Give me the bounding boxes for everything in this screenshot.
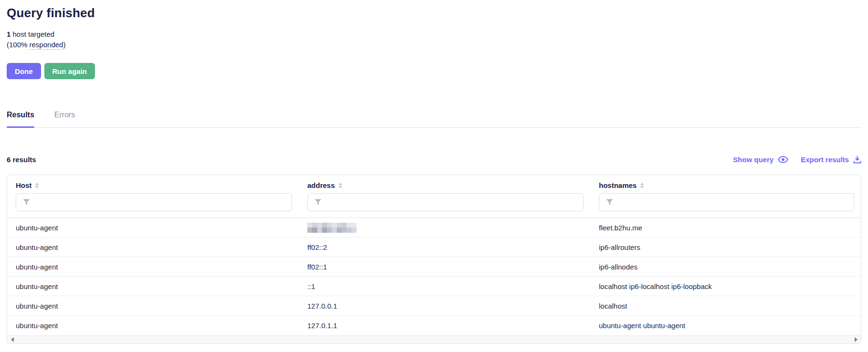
sort-address[interactable]: address: [307, 181, 343, 189]
table-body: ubuntu-agent fleet.b2hu.me ubuntu-agent …: [7, 218, 861, 335]
column-header-hostnames: hostnames: [590, 181, 861, 190]
table-row: ubuntu-agent ff02::1 ip6-allnodes: [7, 257, 861, 277]
cell-address: 127.0.0.1: [299, 302, 590, 310]
horizontal-scrollbar[interactable]: [7, 335, 861, 343]
scrollbar-right-arrow[interactable]: [852, 336, 860, 343]
table-row: ubuntu-agent fleet.b2hu.me: [7, 218, 861, 238]
table-row: ubuntu-agent ff02::2 ip6-allrouters: [7, 238, 861, 257]
responded-text: (100% responded): [7, 40, 861, 50]
run-again-button[interactable]: Run again: [44, 63, 95, 79]
column-label: hostnames: [599, 181, 637, 189]
tab-errors[interactable]: Errors: [54, 111, 75, 127]
cell-address: 127.0.1.1: [299, 321, 590, 330]
sort-icon: [640, 183, 644, 188]
filter-input-address[interactable]: [307, 193, 584, 211]
sort-icon: [35, 183, 39, 188]
header-label-row: Host address: [7, 181, 861, 190]
cell-host: ubuntu-agent: [7, 243, 299, 251]
hosts-targeted-text: 1 host targeted: [7, 29, 861, 40]
filter-cell-address: [299, 193, 590, 211]
cell-host: ubuntu-agent: [7, 321, 299, 330]
cell-hostnames: localhost: [590, 302, 861, 310]
tab-results[interactable]: Results: [7, 111, 34, 127]
sort-host[interactable]: Host: [16, 181, 39, 189]
cell-host: ubuntu-agent: [7, 302, 299, 310]
cell-host: ubuntu-agent: [7, 224, 299, 232]
cell-hostnames: fleet.b2hu.me: [590, 224, 861, 232]
eye-icon: [778, 156, 788, 163]
table-row: ubuntu-agent 127.0.0.1 localhost: [7, 296, 861, 316]
cell-address: [299, 223, 590, 233]
export-results-label: Export results: [801, 155, 849, 164]
show-query-button[interactable]: Show query: [733, 155, 788, 164]
show-query-label: Show query: [733, 155, 774, 164]
action-buttons: Done Run again: [7, 63, 861, 79]
cell-address: ff02::1: [299, 263, 590, 271]
responded-suffix: ): [63, 41, 65, 49]
redacted-address-block: [307, 223, 356, 233]
responded-prefix: (100%: [7, 41, 30, 49]
scrollbar-left-arrow[interactable]: [8, 336, 16, 343]
page-title: Query finished: [7, 6, 861, 21]
cell-host: ubuntu-agent: [7, 282, 299, 290]
filter-cell-hostnames: [590, 193, 861, 211]
cell-hostnames: ip6-allnodes: [590, 263, 861, 271]
cell-address: ff02::2: [299, 243, 590, 251]
results-count: 6 results: [7, 155, 36, 164]
table-header: Host address: [7, 175, 861, 218]
cell-host: ubuntu-agent: [7, 263, 299, 271]
results-table: Host address: [7, 175, 861, 344]
column-header-address: address: [299, 181, 590, 190]
export-results-button[interactable]: Export results: [801, 155, 861, 164]
filter-input-host[interactable]: [16, 193, 292, 211]
filter-input-hostnames[interactable]: [599, 193, 854, 211]
done-button[interactable]: Done: [7, 63, 41, 79]
sort-hostnames[interactable]: hostnames: [599, 181, 644, 189]
filter-cell-host: [7, 193, 299, 211]
sort-icon: [338, 183, 343, 188]
targeted-label: host targeted: [10, 30, 54, 38]
responded-tooltip-trigger[interactable]: responded: [30, 41, 63, 50]
column-label: Host: [16, 181, 31, 189]
column-header-host: Host: [7, 181, 299, 190]
column-label: address: [307, 181, 335, 189]
cell-hostnames: ubuntu-agent ubuntu-agent: [590, 321, 861, 330]
results-tabs: Results Errors: [7, 111, 861, 128]
cell-hostnames: ip6-allrouters: [590, 243, 861, 251]
cell-hostnames: localhost ip6-localhost ip6-loopback: [590, 282, 861, 290]
table-row: ubuntu-agent 127.0.1.1 ubuntu-agent ubun…: [7, 316, 861, 335]
cell-address: ::1: [299, 282, 590, 290]
query-results-page: Query finished 1 host targeted (100% res…: [0, 0, 868, 344]
results-actions: Show query Export results: [733, 155, 861, 164]
download-icon: [853, 155, 861, 164]
results-bar: 6 results Show query Export results: [7, 155, 861, 164]
table-row: ubuntu-agent ::1 localhost ip6-localhost…: [7, 277, 861, 296]
header-filter-row: [7, 193, 861, 217]
